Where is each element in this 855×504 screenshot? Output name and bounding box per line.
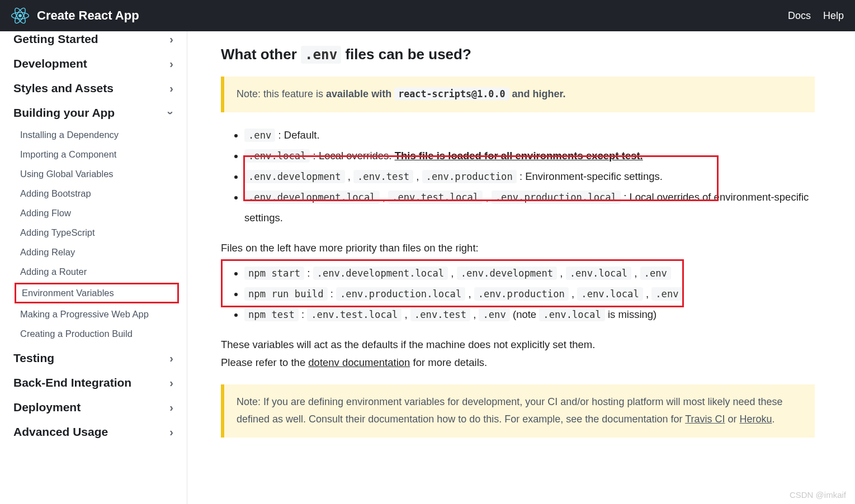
nav-docs[interactable]: Docs bbox=[788, 10, 811, 22]
list-item: .env.development , .env.test , .env.prod… bbox=[244, 166, 815, 187]
topbar-nav: Docs Help bbox=[788, 10, 844, 22]
inline-code: .env.test.local bbox=[307, 308, 401, 321]
sidebar-item-pwa[interactable]: Making a Progressive Web App bbox=[0, 305, 187, 324]
defaults-paragraph: These variables will act as the defaults… bbox=[221, 336, 815, 354]
travis-link[interactable]: Travis CI bbox=[685, 413, 725, 425]
inline-code: .env.test bbox=[353, 170, 413, 183]
sidebar-item-production-build[interactable]: Creating a Production Build bbox=[0, 324, 187, 344]
chevron-right-icon: › bbox=[169, 58, 173, 69]
list-item: .env.development.local , .env.test.local… bbox=[244, 187, 815, 228]
chevron-right-icon: › bbox=[169, 426, 173, 438]
inline-code: .env bbox=[479, 308, 509, 321]
app-title[interactable]: Create React App bbox=[37, 8, 139, 23]
sidebar-item-global-variables[interactable]: Using Global Variables bbox=[0, 164, 187, 184]
inline-code: .env bbox=[301, 46, 341, 64]
sidebar-sub-building: Installing a Dependency Importing a Comp… bbox=[0, 125, 187, 346]
inline-code: react-scripts@1.0.0 bbox=[394, 87, 509, 101]
inline-code: .env bbox=[640, 267, 671, 280]
sidebar-cat-development[interactable]: Development› bbox=[0, 51, 187, 76]
inline-code: .env.production bbox=[474, 287, 569, 301]
priority-list: npm start : .env.development.local , .en… bbox=[221, 263, 815, 325]
note-box-availability: Note: this feature is available with rea… bbox=[221, 77, 815, 112]
main-content: What other .env files can be used? Note:… bbox=[187, 31, 855, 504]
sidebar-item-adding-bootstrap[interactable]: Adding Bootstrap bbox=[0, 184, 187, 203]
inline-code: .env.production.local bbox=[336, 287, 465, 301]
inline-code: .env.local bbox=[244, 149, 310, 163]
sidebar-cat-building[interactable]: Building your App› bbox=[0, 101, 187, 125]
inline-code: npm start bbox=[244, 267, 304, 280]
sidebar-cat-backend[interactable]: Back-End Integration› bbox=[0, 370, 187, 395]
note-box-ci: Note: If you are defining environment va… bbox=[221, 384, 815, 438]
inline-code: .env bbox=[244, 129, 275, 142]
inline-code: npm test bbox=[244, 308, 299, 321]
sidebar-item-environment-variables[interactable]: Environment Variables bbox=[15, 283, 179, 303]
chevron-right-icon: › bbox=[169, 353, 173, 364]
inline-code: .env.test.local bbox=[388, 191, 483, 204]
inline-code: .env.test bbox=[410, 308, 470, 321]
sidebar-item-installing-dependency[interactable]: Installing a Dependency bbox=[0, 125, 187, 145]
sidebar-item-adding-flow[interactable]: Adding Flow bbox=[0, 203, 187, 223]
sidebar-cat-getting-started[interactable]: Getting Started› bbox=[0, 31, 187, 51]
inline-code: .env.development bbox=[244, 170, 345, 183]
sidebar-cat-testing[interactable]: Testing› bbox=[0, 346, 187, 370]
inline-code: .env.production.local bbox=[492, 191, 621, 204]
inline-code: .env bbox=[651, 287, 682, 301]
chevron-right-icon: › bbox=[169, 34, 173, 45]
inline-code: .env.development.local bbox=[244, 191, 380, 204]
env-files-list: .env : Default. .env.local : Local overr… bbox=[221, 125, 815, 228]
refer-paragraph: Please refer to the dotenv documentation… bbox=[221, 354, 815, 372]
chevron-right-icon: › bbox=[169, 83, 173, 94]
sidebar[interactable]: Getting Started› Development› Styles and… bbox=[0, 31, 187, 504]
topbar: Create React App Docs Help bbox=[0, 0, 855, 31]
list-item: npm test : .env.test.local , .env.test ,… bbox=[244, 304, 815, 325]
heroku-link[interactable]: Heroku bbox=[739, 413, 772, 425]
topbar-left: Create React App bbox=[11, 7, 139, 25]
inline-code: .env.development.local bbox=[313, 267, 448, 280]
sidebar-cat-advanced[interactable]: Advanced Usage› bbox=[0, 420, 187, 444]
inline-code: npm run build bbox=[244, 287, 328, 301]
sidebar-item-adding-typescript[interactable]: Adding TypeScript bbox=[0, 223, 187, 243]
inline-code: .env.local bbox=[577, 287, 643, 301]
chevron-right-icon: › bbox=[169, 377, 173, 388]
list-item: .env.local : Local overrides. This file … bbox=[244, 145, 815, 166]
page-heading: What other .env files can be used? bbox=[221, 46, 815, 63]
list-item: .env : Default. bbox=[244, 125, 815, 145]
react-logo-icon bbox=[11, 7, 29, 25]
dotenv-link[interactable]: dotenv documentation bbox=[308, 356, 410, 368]
sidebar-cat-deployment[interactable]: Deployment› bbox=[0, 395, 187, 420]
inline-code: .env.development bbox=[457, 267, 558, 280]
chevron-right-icon: › bbox=[169, 402, 173, 413]
priority-paragraph: Files on the left have more priority tha… bbox=[221, 239, 815, 257]
inline-code: .env.local bbox=[539, 308, 604, 321]
list-item: npm run build : .env.production.local , … bbox=[244, 283, 815, 304]
sidebar-cat-styles[interactable]: Styles and Assets› bbox=[0, 76, 187, 101]
inline-code: .env.local bbox=[566, 267, 631, 280]
sidebar-item-adding-router[interactable]: Adding a Router bbox=[0, 262, 187, 282]
nav-help[interactable]: Help bbox=[823, 10, 844, 22]
sidebar-item-adding-relay[interactable]: Adding Relay bbox=[0, 243, 187, 262]
list-item: npm start : .env.development.local , .en… bbox=[244, 263, 815, 283]
chevron-down-icon: › bbox=[166, 111, 177, 115]
inline-code: .env.production bbox=[422, 170, 517, 183]
sidebar-item-importing-component[interactable]: Importing a Component bbox=[0, 145, 187, 164]
svg-point-0 bbox=[18, 14, 22, 17]
